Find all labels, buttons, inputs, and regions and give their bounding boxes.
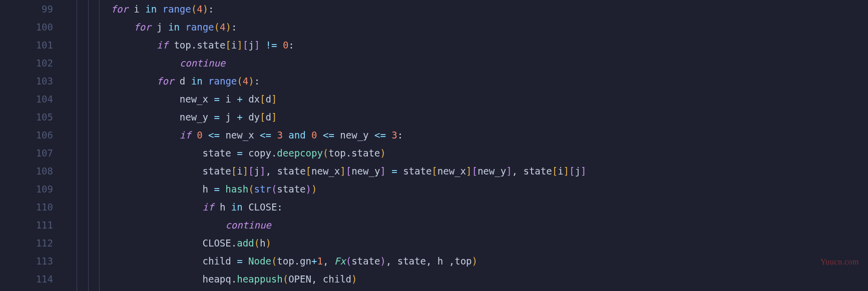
token: continue: [225, 220, 271, 230]
token: new_y: [478, 166, 506, 176]
token: [: [225, 40, 231, 50]
token: h: [203, 184, 208, 194]
token: heappush: [237, 274, 283, 284]
code-line[interactable]: for d in range(4):: [65, 72, 868, 90]
code-line[interactable]: state = copy.deepcopy(top.state): [65, 144, 868, 162]
token: copy: [248, 148, 271, 158]
token: ]: [581, 166, 586, 176]
token: [214, 202, 219, 212]
token: ]: [466, 166, 472, 176]
token: ): [248, 76, 254, 86]
token: [271, 166, 277, 176]
token: :: [288, 40, 294, 50]
token: range: [208, 76, 237, 86]
code-line[interactable]: if top.state[i][j] != 0:: [65, 36, 868, 54]
token: [306, 130, 311, 140]
line-number: 109: [0, 180, 53, 198]
token: [243, 202, 248, 212]
token: ,: [386, 256, 391, 266]
token: add: [237, 238, 254, 248]
code-line[interactable]: for i in range(4):: [65, 0, 868, 18]
token: ,: [265, 166, 271, 176]
token: ]: [271, 112, 277, 122]
token: (: [254, 238, 260, 248]
token: continue: [180, 58, 226, 68]
token: 1: [317, 256, 322, 266]
token: dy: [248, 112, 260, 122]
token: state: [403, 166, 431, 176]
token: [518, 166, 523, 176]
line-number: 107: [0, 144, 53, 162]
code-line[interactable]: for j in range(4):: [65, 18, 868, 36]
token: .: [231, 274, 237, 284]
token: +: [311, 256, 317, 266]
token: j: [225, 112, 231, 122]
code-line[interactable]: if 0 <= new_x <= 3 and 0 <= new_y <= 3:: [65, 126, 868, 144]
code-line[interactable]: h = hash(str(state)): [65, 180, 868, 198]
code-line[interactable]: continue: [65, 216, 868, 234]
token: [157, 4, 162, 14]
token: 3: [277, 130, 282, 140]
line-number: 111: [0, 216, 53, 234]
token: ]: [237, 40, 242, 50]
code-line[interactable]: heapq.heappush(OPEN, child): [65, 270, 868, 288]
code-line[interactable]: new_x = i + dx[d]: [65, 90, 868, 108]
token: h: [260, 238, 265, 248]
token: hash: [225, 184, 248, 194]
token: ]: [340, 166, 345, 176]
line-number: 104: [0, 90, 53, 108]
code-line[interactable]: CLOSE.add(h): [65, 234, 868, 252]
token: for: [134, 22, 151, 32]
token: CLOSE: [203, 238, 231, 248]
token: [: [260, 112, 265, 122]
line-number: 105: [0, 108, 53, 126]
token: for: [157, 76, 174, 86]
token: range: [185, 22, 214, 32]
code-line[interactable]: if h in CLOSE:: [65, 198, 868, 216]
token: [283, 130, 288, 140]
token: :: [208, 4, 214, 14]
token: [254, 130, 260, 140]
token: ]: [254, 40, 260, 50]
token: gn: [300, 256, 311, 266]
watermark: Yuucn.com: [820, 253, 859, 271]
token: state: [197, 40, 225, 50]
token: <=: [260, 130, 271, 140]
token: =: [214, 112, 219, 122]
line-number: 110: [0, 198, 53, 216]
token: child: [323, 274, 351, 284]
token: top: [174, 40, 191, 50]
line-number: 106: [0, 126, 53, 144]
token: [317, 274, 322, 284]
token: ]: [564, 166, 569, 176]
token: (: [283, 274, 288, 284]
code-line[interactable]: child = Node(top.gn+1, Fx(state), state,…: [65, 252, 868, 270]
token: 0: [197, 130, 202, 140]
token: [: [260, 94, 265, 104]
line-number: 112: [0, 234, 53, 252]
token: [: [231, 166, 237, 176]
token: <=: [208, 130, 220, 140]
token: 4: [220, 22, 225, 32]
token: CLOSE: [248, 202, 277, 212]
token: +: [237, 94, 242, 104]
token: h: [438, 256, 443, 266]
code-line[interactable]: new_y = j + dy[d]: [65, 108, 868, 126]
code-editor[interactable]: 9910010110210310410510610710810911011111…: [0, 0, 868, 291]
token: =: [391, 166, 397, 176]
token: ): [380, 148, 385, 158]
token: deepcopy: [277, 148, 323, 158]
token: new_x: [311, 166, 340, 176]
token: ): [225, 22, 231, 32]
token: heapq: [203, 274, 231, 284]
token: state: [277, 166, 305, 176]
token: .: [191, 40, 197, 50]
code-line[interactable]: state[i][j], state[new_x][new_y] = state…: [65, 162, 868, 180]
line-number: 100: [0, 18, 53, 36]
token: [231, 256, 237, 266]
code-area[interactable]: for i in range(4): for j in range(4): if…: [65, 0, 868, 291]
token: top: [455, 256, 472, 266]
code-line[interactable]: continue: [65, 54, 868, 72]
token: [225, 202, 231, 212]
token: state: [523, 166, 552, 176]
